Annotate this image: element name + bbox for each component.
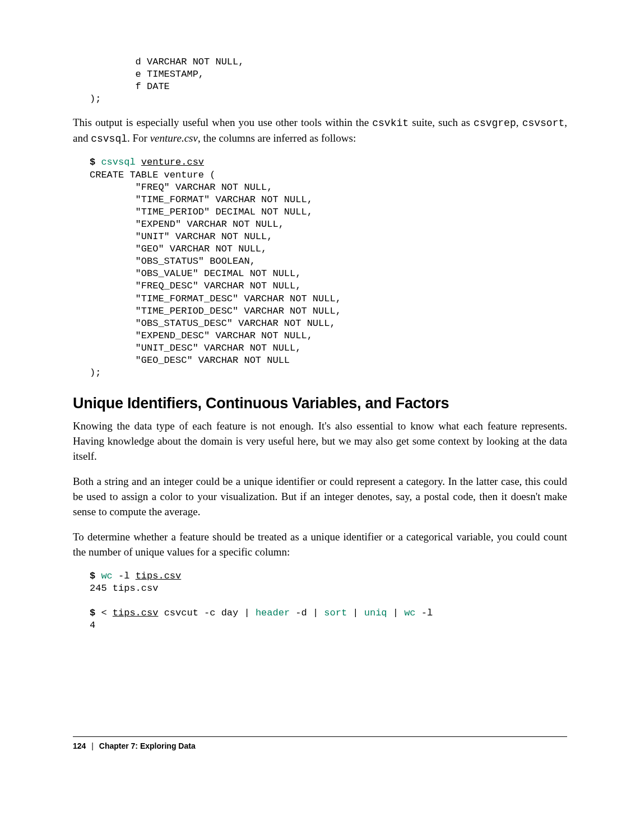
- text: , the columns are inferred as follows:: [198, 132, 356, 144]
- flags: -l: [416, 608, 433, 618]
- flags: -l: [113, 571, 136, 581]
- page-footer: 124 | Chapter 7: Exploring Data: [73, 736, 567, 750]
- inline-code-csvsql: csvsql: [91, 133, 127, 144]
- command-header: header: [256, 608, 290, 618]
- paragraph-3: Both a string and an integer could be a …: [73, 474, 567, 520]
- space: [136, 157, 141, 167]
- code-block-2: $ csvsql venture.csv CREATE TABLE ventur…: [73, 156, 567, 379]
- prompt: $: [90, 157, 101, 167]
- prompt: $: [90, 608, 101, 618]
- text: suite, such as: [409, 116, 474, 128]
- command-csvsql: csvsql: [101, 157, 135, 167]
- pipe-seg: -d |: [290, 608, 324, 618]
- pipe-seg: |: [347, 608, 364, 618]
- pipe-seg: csvcut -c day |: [158, 608, 255, 618]
- text: ,: [516, 116, 522, 128]
- page-container: d VARCHAR NOT NULL, e TIMESTAMP, f DATE …: [0, 0, 640, 784]
- command-uniq: uniq: [364, 608, 387, 618]
- prompt: $: [90, 571, 101, 581]
- text: This output is especially useful when yo…: [73, 116, 372, 128]
- inline-code-csvkit: csvkit: [372, 118, 409, 129]
- command-wc: wc: [101, 571, 112, 581]
- code-block-1: d VARCHAR NOT NULL, e TIMESTAMP, f DATE …: [73, 56, 567, 105]
- code-block-3: $ wc -l tips.csv 245 tips.csv $ < tips.c…: [73, 570, 567, 632]
- redirect: <: [101, 608, 112, 618]
- chapter-label: Chapter 7: Exploring Data: [99, 741, 196, 750]
- section-heading: Unique Identifiers, Continuous Variables…: [73, 395, 567, 412]
- command-wc: wc: [404, 608, 415, 618]
- pipe-seg: |: [387, 608, 405, 618]
- filename-venture: venture.csv: [150, 132, 198, 144]
- paragraph-1: This output is especially useful when yo…: [73, 115, 567, 146]
- paragraph-4: To determine whether a feature should be…: [73, 530, 567, 560]
- output: 4: [90, 620, 95, 631]
- arg-tips-csv: tips.csv: [136, 571, 182, 581]
- command-sort: sort: [324, 608, 347, 618]
- page-number: 124: [73, 741, 86, 750]
- paragraph-2: Knowing the data type of each feature is…: [73, 419, 567, 464]
- text: . For: [127, 132, 150, 144]
- arg-venture-csv: venture.csv: [141, 157, 204, 167]
- footer-separator: |: [91, 741, 94, 750]
- inline-code-csvsort: csvsort: [522, 118, 565, 129]
- output: 245 tips.csv: [90, 583, 158, 594]
- output: CREATE TABLE venture ( "FREQ" VARCHAR NO…: [90, 170, 341, 379]
- arg-tips-csv: tips.csv: [113, 608, 159, 618]
- inline-code-csvgrep: csvgrep: [474, 118, 516, 129]
